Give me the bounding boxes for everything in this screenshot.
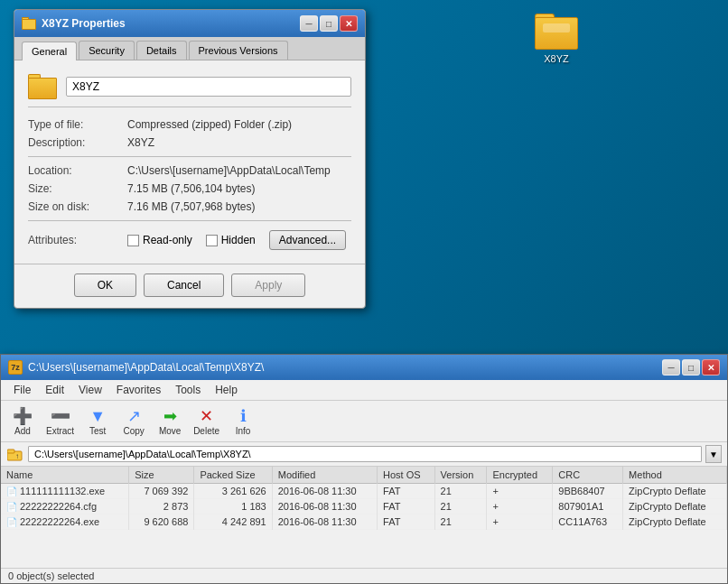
close-button[interactable]: ✕ [340,15,358,32]
address-input[interactable] [28,446,702,462]
table-row[interactable]: 📄22222222264.cfg 2 873 1 183 2016-06-08 … [1,499,727,514]
col-name[interactable]: Name [1,467,129,484]
separator-2 [28,220,351,221]
fm-titlebar-left: 7z C:\Users\[username]\AppData\Local\Tem… [8,360,264,375]
tab-previous-versions[interactable]: Previous Versions [189,41,288,60]
hidden-check-item: Hidden [206,234,256,246]
cell-size: 7 069 392 [129,484,194,499]
info-label: Info [236,426,251,436]
attributes-row: Attributes: Read-only Hidden Advanced... [28,230,351,250]
dialog-tabs: General Security Details Previous Versio… [14,37,365,60]
readonly-checkbox[interactable] [127,235,139,246]
table-row[interactable]: 📄111111111132.exe 7 069 392 3 261 626 20… [1,484,727,499]
desktop-icon-label: X8YZ [544,53,569,64]
menu-favorites[interactable]: Favorites [109,382,168,398]
toolbar-info[interactable]: ℹ Info [227,404,259,438]
advanced-button[interactable]: Advanced... [269,230,346,250]
status-text: 0 object(s) selected [8,570,94,581]
toolbar-test[interactable]: ▼ Test [81,404,114,438]
extract-label: Extract [46,426,74,436]
cell-method: ZipCrypto Deflate [623,514,727,530]
col-method[interactable]: Method [623,467,727,484]
cell-host-os: FAT [378,499,435,514]
col-version[interactable]: Version [434,467,487,484]
cell-packed-size: 3 261 626 [194,484,272,499]
col-crc[interactable]: CRC [553,467,623,484]
file-header [28,74,351,107]
toolbar-extract[interactable]: ➖ Extract [42,404,78,438]
fm-minimize-button[interactable]: ─ [662,359,680,375]
cell-packed-size: 4 242 891 [194,514,272,530]
minimize-button[interactable]: ─ [300,15,318,32]
size-label: Size: [28,182,127,195]
cell-modified: 2016-06-08 11:30 [272,499,377,514]
tab-details[interactable]: Details [136,41,187,60]
svg-rect-1 [7,450,14,453]
copy-icon: ↗ [123,406,145,426]
col-size[interactable]: Size [129,467,194,484]
cell-version: 21 [434,484,487,499]
location-value: C:\Users\[username]\AppData\Local\Temp [127,164,351,177]
delete-icon: ✕ [196,406,218,426]
hidden-checkbox[interactable] [206,235,218,246]
fm-controls: ─ □ ✕ [662,359,720,375]
description-row: Description: X8YZ [28,136,351,149]
dialog-footer: OK Cancel Apply [14,264,365,308]
col-host-os[interactable]: Host OS [378,467,435,484]
cancel-button[interactable]: Cancel [144,273,224,297]
table-header-row: Name Size Packed Size Modified Host OS V… [1,467,727,484]
type-value: Compressed (zipped) Folder (.zip) [127,118,351,131]
fm-close-button[interactable]: ✕ [702,359,720,375]
desktop-icon-x8yz[interactable]: X8YZ [520,14,593,64]
properties-dialog: X8YZ Properties ─ □ ✕ General Security D… [14,9,366,309]
toolbar-delete[interactable]: ✕ Delete [190,404,223,438]
col-modified[interactable]: Modified [272,467,377,484]
tab-security[interactable]: Security [79,41,135,60]
toolbar-move[interactable]: ➡ Move [154,404,186,438]
toolbar-add[interactable]: ➕ Add [6,404,39,438]
table-row[interactable]: 📄22222222264.exe 9 620 688 4 242 891 201… [1,514,727,530]
fm-titlebar: 7z C:\Users\[username]\AppData\Local\Tem… [1,355,727,380]
up-folder-icon[interactable]: ↑ [6,446,24,462]
tab-general[interactable]: General [22,42,77,60]
dialog-titlebar: X8YZ Properties ─ □ ✕ [14,10,365,37]
apply-button[interactable]: Apply [231,273,305,297]
cell-method: ZipCrypto Deflate [623,484,727,499]
fm-addressbar: ↑ ▼ [1,442,727,467]
extract-icon: ➖ [50,406,71,426]
size-on-disk-row: Size on disk: 7.16 MB (7,507,968 bytes) [28,200,351,213]
maximize-button[interactable]: □ [320,15,338,32]
cell-crc: 807901A1 [553,499,623,514]
dialog-body: Type of file: Compressed (zipped) Folder… [14,60,365,264]
menu-edit[interactable]: Edit [38,382,71,398]
attributes-label: Attributes: [28,234,127,246]
cell-host-os: FAT [378,484,435,499]
readonly-label: Read-only [143,234,192,246]
size-on-disk-value: 7.16 MB (7,507,968 bytes) [127,200,351,213]
size-value: 7.15 MB (7,506,104 bytes) [127,182,351,195]
size-on-disk-label: Size on disk: [28,200,127,213]
test-label: Test [89,426,106,436]
menu-view[interactable]: View [71,382,109,398]
toolbar-copy[interactable]: ↗ Copy [117,404,150,438]
address-dropdown[interactable]: ▼ [705,445,722,463]
cell-encrypted: + [487,499,553,514]
cell-encrypted: + [487,514,553,530]
menu-help[interactable]: Help [208,382,245,398]
menu-tools[interactable]: Tools [168,382,208,398]
fm-title-icon: 7z [8,360,23,375]
menu-file[interactable]: File [6,382,38,398]
dialog-title-icon [22,17,36,30]
size-row: Size: 7.15 MB (7,506,104 bytes) [28,182,351,195]
col-encrypted[interactable]: Encrypted [487,467,553,484]
cell-packed-size: 1 183 [194,499,272,514]
col-packed-size[interactable]: Packed Size [194,467,272,484]
dialog-controls: ─ □ ✕ [300,15,358,32]
location-row: Location: C:\Users\[username]\AppData\Lo… [28,164,351,177]
location-label: Location: [28,164,127,177]
file-name-input[interactable] [66,77,351,97]
cell-modified: 2016-06-08 11:30 [272,484,377,499]
copy-label: Copy [123,426,144,436]
fm-maximize-button[interactable]: □ [682,359,700,375]
ok-button[interactable]: OK [74,273,136,297]
